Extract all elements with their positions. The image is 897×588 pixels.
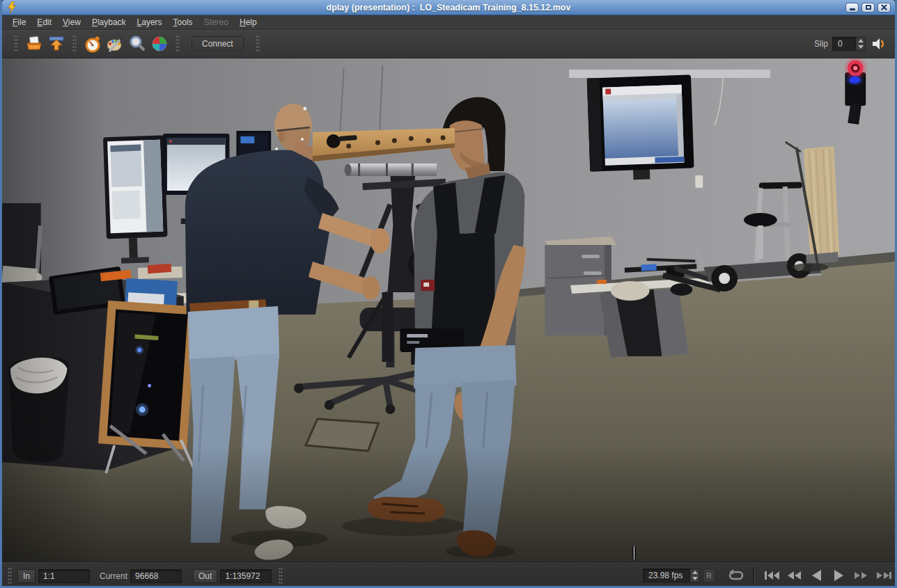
vignette (2, 445, 895, 562)
close-icon (881, 4, 887, 10)
publish-button[interactable] (45, 33, 68, 54)
lightning-bolt-icon (5, 1, 19, 14)
skip-start-icon (763, 569, 780, 582)
bar-grip[interactable] (279, 567, 283, 585)
window-controls (845, 3, 891, 13)
realtime-button[interactable]: R (703, 569, 715, 582)
open-file-button[interactable] (23, 33, 45, 54)
menu-item-view[interactable]: View (63, 17, 81, 27)
menu-item-file[interactable]: File (13, 17, 26, 27)
fps-spinner: 23.98 fps (643, 569, 700, 582)
menu-item-layers[interactable]: Layers (137, 17, 162, 27)
window-title: dplay (presentation) : LO_Steadicam Trai… (2, 3, 895, 13)
skip-start-button[interactable] (763, 569, 780, 582)
black-bag (671, 283, 693, 296)
speaker-icon (871, 36, 887, 51)
close-button[interactable] (878, 3, 891, 13)
in-point-field[interactable]: 1:1 (38, 569, 90, 583)
slip-value-field[interactable]: 0 (832, 37, 856, 51)
bar-grip[interactable] (8, 567, 12, 585)
step-back-icon (809, 569, 825, 582)
fps-spinner-arrows[interactable] (690, 569, 700, 582)
skip-end-button[interactable] (875, 569, 892, 582)
in-button[interactable]: In (17, 569, 36, 583)
current-label: Current (100, 571, 127, 581)
publish-icon (47, 35, 65, 52)
jeans (188, 306, 279, 362)
video-viewport[interactable] (2, 58, 895, 562)
slip-label: Slip (814, 39, 828, 49)
video-frame (2, 58, 895, 562)
fast-forward-icon (852, 569, 869, 582)
light-switch (695, 175, 703, 188)
volume-button[interactable] (870, 33, 888, 54)
loop-button[interactable] (728, 569, 744, 582)
fast-forward-button[interactable] (852, 569, 869, 582)
rewind-icon (786, 569, 803, 582)
menu-item-help[interactable]: Help (240, 17, 257, 27)
step-back-button[interactable] (809, 569, 825, 582)
menu-bar: File Edit View Playback Layers Tools Ste… (2, 15, 895, 30)
transport-bar: In 1:1 Current 96668 Out 1:135972 23.98 … (2, 562, 895, 586)
polo-shirt (185, 150, 329, 315)
menu-item-stereo: Stereo (204, 17, 228, 27)
toolbar-grip[interactable] (176, 35, 180, 53)
skip-end-icon (875, 569, 892, 582)
maximize-button[interactable] (861, 3, 875, 13)
out-button[interactable]: Out (193, 569, 217, 583)
toolbar-grip[interactable] (72, 35, 77, 53)
stopwatch-icon (84, 35, 102, 53)
maximize-icon (866, 5, 871, 10)
menu-item-edit[interactable]: Edit (37, 17, 52, 27)
toolbar-grip[interactable] (256, 35, 260, 53)
minimize-button[interactable] (845, 3, 859, 13)
minimize-icon (850, 8, 855, 10)
titlebar[interactable]: dplay (presentation) : LO_Steadicam Trai… (2, 0, 895, 15)
magnifier-button[interactable] (126, 33, 148, 54)
fps-field[interactable]: 23.98 fps (643, 569, 690, 582)
knob (327, 134, 341, 148)
open-file-icon (25, 35, 43, 52)
menu-item-tools[interactable]: Tools (173, 17, 193, 27)
rewind-button[interactable] (786, 569, 803, 582)
foam-block (611, 281, 650, 301)
divider (753, 567, 754, 584)
magnifier-icon (128, 35, 146, 53)
toolbar-grip[interactable] (14, 35, 18, 53)
toolbar: Connect Slip 0 (2, 30, 895, 58)
menu-item-playback[interactable]: Playback (92, 17, 126, 27)
palette-icon (106, 35, 124, 53)
dplay-window: dplay (presentation) : LO_Steadicam Trai… (0, 0, 897, 588)
color-wheel-button[interactable] (148, 33, 171, 54)
timeline-playhead[interactable] (632, 546, 636, 559)
current-frame-field[interactable]: 96668 (130, 569, 182, 583)
connect-button[interactable]: Connect (192, 36, 244, 51)
slip-spinner: 0 (832, 37, 866, 51)
stopwatch-button[interactable] (81, 33, 104, 54)
loop-icon (728, 569, 744, 582)
spin-up-icon (692, 571, 698, 574)
color-wheel-icon (150, 35, 169, 53)
slip-spinner-arrows[interactable] (856, 37, 866, 51)
spin-down-icon (858, 45, 864, 49)
out-point-field[interactable]: 1:135972 (220, 569, 272, 583)
wall-tv (587, 74, 694, 181)
spin-up-icon (858, 39, 864, 42)
play-icon (831, 569, 846, 582)
palette-button[interactable] (104, 33, 126, 54)
play-button[interactable] (831, 569, 846, 582)
spin-down-icon (692, 577, 698, 580)
